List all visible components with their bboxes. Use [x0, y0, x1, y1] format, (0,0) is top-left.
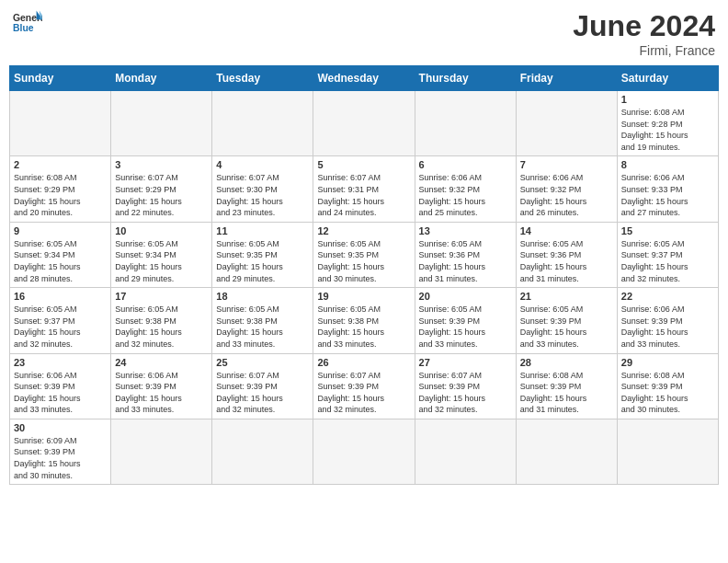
table-row: 17Sunrise: 6:05 AMSunset: 9:38 PMDayligh… — [111, 288, 212, 353]
table-row: 11Sunrise: 6:05 AMSunset: 9:35 PMDayligh… — [212, 222, 313, 287]
day-info: Sunrise: 6:08 AMSunset: 9:39 PMDaylight:… — [621, 370, 714, 416]
day-number: 11 — [216, 225, 309, 236]
table-row: 12Sunrise: 6:05 AMSunset: 9:35 PMDayligh… — [313, 222, 415, 287]
day-info: Sunrise: 6:05 AMSunset: 9:35 PMDaylight:… — [317, 238, 410, 284]
day-info: Sunrise: 6:08 AMSunset: 9:28 PMDaylight:… — [621, 107, 714, 153]
table-row — [415, 419, 516, 484]
day-info: Sunrise: 6:05 AMSunset: 9:38 PMDaylight:… — [115, 304, 208, 350]
day-info: Sunrise: 6:05 AMSunset: 9:38 PMDaylight:… — [317, 304, 410, 350]
day-info: Sunrise: 6:05 AMSunset: 9:39 PMDaylight:… — [520, 304, 613, 350]
day-number: 16 — [14, 291, 107, 302]
table-row: 22Sunrise: 6:06 AMSunset: 9:39 PMDayligh… — [617, 288, 718, 353]
header-thursday: Thursday — [415, 66, 516, 91]
page-header: General Blue June 2024 Firmi, France — [9, 9, 719, 58]
day-number: 25 — [216, 357, 309, 368]
table-row — [617, 419, 718, 484]
table-row: 13Sunrise: 6:05 AMSunset: 9:36 PMDayligh… — [415, 222, 516, 287]
header-tuesday: Tuesday — [212, 66, 313, 91]
day-number: 5 — [317, 159, 410, 170]
table-row — [111, 91, 212, 156]
table-row: 3Sunrise: 6:07 AMSunset: 9:29 PMDaylight… — [111, 156, 212, 222]
day-info: Sunrise: 6:06 AMSunset: 9:39 PMDaylight:… — [115, 370, 208, 416]
day-info: Sunrise: 6:05 AMSunset: 9:37 PMDaylight:… — [621, 238, 714, 284]
table-row: 20Sunrise: 6:05 AMSunset: 9:39 PMDayligh… — [415, 288, 516, 353]
day-number: 1 — [621, 94, 714, 105]
day-info: Sunrise: 6:06 AMSunset: 9:32 PMDaylight:… — [520, 172, 613, 218]
day-number: 7 — [520, 159, 613, 170]
table-row — [516, 91, 617, 156]
day-number: 12 — [317, 225, 410, 236]
table-row: 8Sunrise: 6:06 AMSunset: 9:33 PMDaylight… — [617, 156, 718, 222]
table-row: 6Sunrise: 6:06 AMSunset: 9:32 PMDaylight… — [415, 156, 516, 222]
table-row: 16Sunrise: 6:05 AMSunset: 9:37 PMDayligh… — [10, 288, 111, 353]
table-row — [10, 91, 111, 156]
day-info: Sunrise: 6:06 AMSunset: 9:32 PMDaylight:… — [419, 172, 512, 218]
day-number: 24 — [115, 357, 208, 368]
day-info: Sunrise: 6:06 AMSunset: 9:39 PMDaylight:… — [621, 304, 714, 350]
table-row: 18Sunrise: 6:05 AMSunset: 9:38 PMDayligh… — [212, 288, 313, 353]
day-number: 28 — [520, 357, 613, 368]
day-number: 30 — [14, 422, 107, 433]
day-info: Sunrise: 6:07 AMSunset: 9:39 PMDaylight:… — [419, 370, 512, 416]
table-row: 5Sunrise: 6:07 AMSunset: 9:31 PMDaylight… — [313, 156, 415, 222]
day-info: Sunrise: 6:06 AMSunset: 9:33 PMDaylight:… — [621, 172, 714, 218]
table-row — [313, 419, 415, 484]
day-number: 8 — [621, 159, 714, 170]
week-row: 1Sunrise: 6:08 AMSunset: 9:28 PMDaylight… — [10, 91, 719, 156]
day-info: Sunrise: 6:09 AMSunset: 9:39 PMDaylight:… — [14, 435, 107, 481]
day-number: 26 — [317, 357, 410, 368]
day-info: Sunrise: 6:07 AMSunset: 9:30 PMDaylight:… — [216, 172, 309, 218]
week-row: 2Sunrise: 6:08 AMSunset: 9:29 PMDaylight… — [10, 156, 719, 222]
header-wednesday: Wednesday — [313, 66, 415, 91]
table-row: 4Sunrise: 6:07 AMSunset: 9:30 PMDaylight… — [212, 156, 313, 222]
table-row: 15Sunrise: 6:05 AMSunset: 9:37 PMDayligh… — [617, 222, 718, 287]
day-number: 29 — [621, 357, 714, 368]
day-info: Sunrise: 6:08 AMSunset: 9:39 PMDaylight:… — [520, 370, 613, 416]
day-number: 27 — [419, 357, 512, 368]
table-row: 24Sunrise: 6:06 AMSunset: 9:39 PMDayligh… — [111, 353, 212, 419]
day-number: 15 — [621, 225, 714, 236]
day-info: Sunrise: 6:08 AMSunset: 9:29 PMDaylight:… — [14, 172, 107, 218]
table-row: 30Sunrise: 6:09 AMSunset: 9:39 PMDayligh… — [10, 419, 111, 484]
day-info: Sunrise: 6:07 AMSunset: 9:39 PMDaylight:… — [216, 370, 309, 416]
calendar-table: Sunday Monday Tuesday Wednesday Thursday… — [9, 65, 719, 485]
table-row: 2Sunrise: 6:08 AMSunset: 9:29 PMDaylight… — [10, 156, 111, 222]
table-row: 27Sunrise: 6:07 AMSunset: 9:39 PMDayligh… — [415, 353, 516, 419]
week-row: 30Sunrise: 6:09 AMSunset: 9:39 PMDayligh… — [10, 419, 719, 484]
svg-text:Blue: Blue — [13, 23, 34, 33]
day-number: 19 — [317, 291, 410, 302]
table-row — [516, 419, 617, 484]
table-row: 9Sunrise: 6:05 AMSunset: 9:34 PMDaylight… — [10, 222, 111, 287]
week-row: 9Sunrise: 6:05 AMSunset: 9:34 PMDaylight… — [10, 222, 719, 287]
week-row: 16Sunrise: 6:05 AMSunset: 9:37 PMDayligh… — [10, 288, 719, 353]
table-row — [212, 91, 313, 156]
title-block: June 2024 Firmi, France — [573, 9, 715, 58]
day-number: 10 — [115, 225, 208, 236]
day-info: Sunrise: 6:05 AMSunset: 9:36 PMDaylight:… — [419, 238, 512, 284]
day-number: 17 — [115, 291, 208, 302]
day-number: 13 — [419, 225, 512, 236]
day-number: 20 — [419, 291, 512, 302]
day-number: 9 — [14, 225, 107, 236]
day-info: Sunrise: 6:06 AMSunset: 9:39 PMDaylight:… — [14, 370, 107, 416]
location-label: Firmi, France — [573, 43, 715, 58]
day-info: Sunrise: 6:05 AMSunset: 9:34 PMDaylight:… — [115, 238, 208, 284]
table-row — [212, 419, 313, 484]
week-row: 23Sunrise: 6:06 AMSunset: 9:39 PMDayligh… — [10, 353, 719, 419]
table-row: 23Sunrise: 6:06 AMSunset: 9:39 PMDayligh… — [10, 353, 111, 419]
header-friday: Friday — [516, 66, 617, 91]
header-sunday: Sunday — [10, 66, 111, 91]
day-info: Sunrise: 6:07 AMSunset: 9:29 PMDaylight:… — [115, 172, 208, 218]
table-row: 25Sunrise: 6:07 AMSunset: 9:39 PMDayligh… — [212, 353, 313, 419]
day-number: 14 — [520, 225, 613, 236]
table-row: 26Sunrise: 6:07 AMSunset: 9:39 PMDayligh… — [313, 353, 415, 419]
header-monday: Monday — [111, 66, 212, 91]
header-saturday: Saturday — [617, 66, 718, 91]
day-info: Sunrise: 6:05 AMSunset: 9:34 PMDaylight:… — [14, 238, 107, 284]
day-info: Sunrise: 6:05 AMSunset: 9:37 PMDaylight:… — [14, 304, 107, 350]
day-info: Sunrise: 6:07 AMSunset: 9:31 PMDaylight:… — [317, 172, 410, 218]
logo: General Blue — [13, 9, 42, 35]
day-info: Sunrise: 6:05 AMSunset: 9:35 PMDaylight:… — [216, 238, 309, 284]
table-row: 21Sunrise: 6:05 AMSunset: 9:39 PMDayligh… — [516, 288, 617, 353]
table-row: 10Sunrise: 6:05 AMSunset: 9:34 PMDayligh… — [111, 222, 212, 287]
